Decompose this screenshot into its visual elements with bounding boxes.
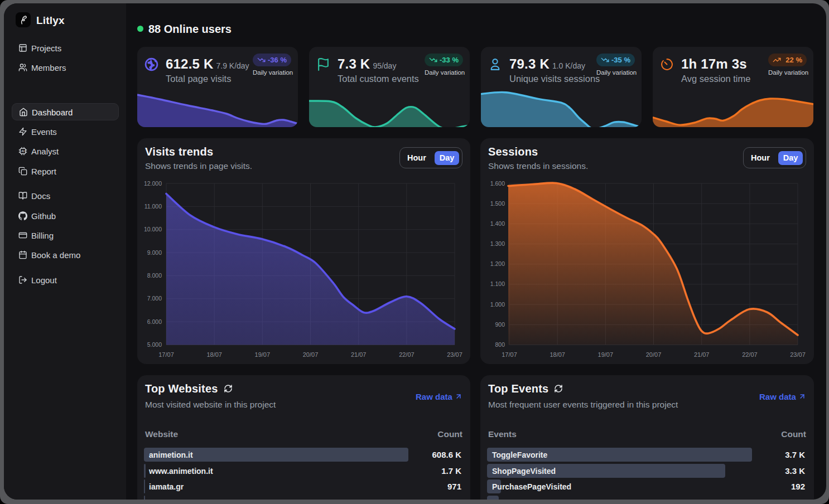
svg-text:1.000: 1.000 xyxy=(490,301,505,308)
svg-text:5.000: 5.000 xyxy=(147,341,162,348)
svg-text:7.000: 7.000 xyxy=(147,295,162,302)
svg-text:6.000: 6.000 xyxy=(147,318,162,325)
svg-text:19/07: 19/07 xyxy=(255,351,271,358)
svg-text:20/07: 20/07 xyxy=(646,351,662,358)
svg-text:800: 800 xyxy=(495,341,505,348)
svg-text:21/07: 21/07 xyxy=(694,351,710,358)
svg-text:9.000: 9.000 xyxy=(147,249,162,256)
svg-text:22/07: 22/07 xyxy=(399,351,414,358)
svg-text:8.000: 8.000 xyxy=(147,272,162,279)
svg-text:900: 900 xyxy=(495,321,505,328)
svg-text:20/07: 20/07 xyxy=(303,351,319,358)
svg-text:1.100: 1.100 xyxy=(490,280,505,287)
svg-text:12.000: 12.000 xyxy=(144,180,162,187)
svg-text:17/07: 17/07 xyxy=(502,351,517,358)
svg-text:1.500: 1.500 xyxy=(490,200,505,207)
svg-text:18/07: 18/07 xyxy=(206,351,222,358)
svg-text:10.000: 10.000 xyxy=(144,226,162,232)
svg-text:19/07: 19/07 xyxy=(598,351,614,358)
svg-text:22/07: 22/07 xyxy=(742,351,758,358)
svg-text:1.400: 1.400 xyxy=(490,220,505,227)
svg-text:18/07: 18/07 xyxy=(550,351,565,358)
svg-text:1.300: 1.300 xyxy=(490,240,505,247)
svg-text:23/07: 23/07 xyxy=(790,351,806,358)
svg-text:21/07: 21/07 xyxy=(351,351,367,358)
svg-text:17/07: 17/07 xyxy=(158,351,174,358)
svg-text:11.000: 11.000 xyxy=(144,203,162,210)
svg-text:1.200: 1.200 xyxy=(490,260,505,267)
svg-text:1.600: 1.600 xyxy=(490,180,505,187)
svg-text:23/07: 23/07 xyxy=(447,351,462,358)
svg-text:AI: AI xyxy=(21,149,25,153)
